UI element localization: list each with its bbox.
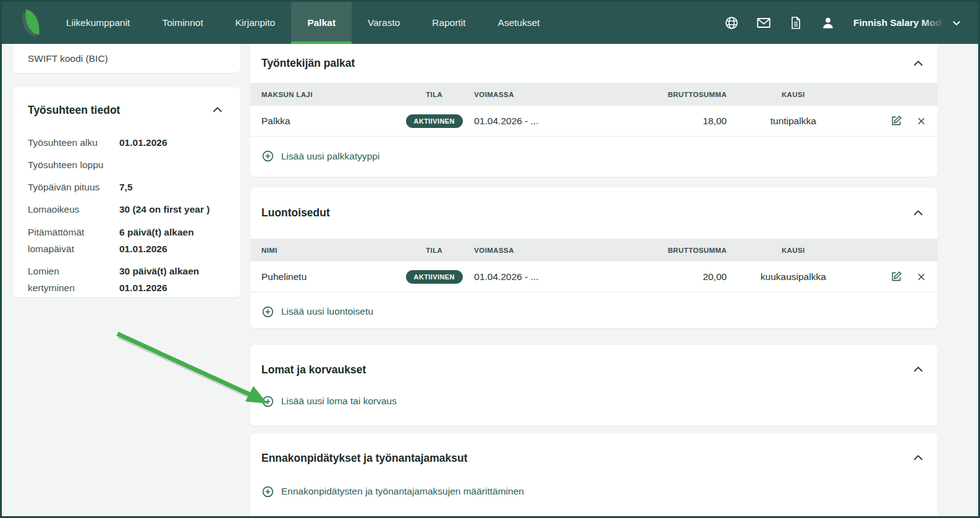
nav-item-asetukset[interactable]: Asetukset xyxy=(482,2,556,44)
document-icon[interactable] xyxy=(784,11,808,35)
nav-item-varasto[interactable]: Varasto xyxy=(352,2,416,44)
employment-info-card: Työsuhteen tiedot Työsuhteen alku 01.01.… xyxy=(13,87,240,297)
edit-icon[interactable] xyxy=(890,270,903,283)
bank-details-card-partial: SWIFT koodi (BIC) xyxy=(13,44,240,73)
plus-circle-icon xyxy=(261,150,274,163)
benefit-name-cell: Puhelinetu xyxy=(261,271,394,282)
navbar-right: Finnish Salary Modul xyxy=(720,2,978,44)
benefits-card-title: Luontoisedut xyxy=(261,206,330,219)
employment-detail-list: Työsuhteen alku 01.01.2026 Työsuhteen lo… xyxy=(28,134,226,296)
nav-item-toiminnot[interactable]: Toiminnot xyxy=(146,2,219,44)
swift-bic-label: SWIFT koodi (BIC) xyxy=(28,53,108,64)
benefit-table-row: Puhelinetu AKTIIVINEN 01.04.2026 - ... 2… xyxy=(250,261,937,292)
employment-row: Lomaoikeus 30 (24 on first year ) xyxy=(28,201,226,218)
mail-icon[interactable] xyxy=(752,11,775,35)
validity-cell: 01.04.2026 - ... xyxy=(474,116,620,127)
employment-row: Työpäivän pituus 7,5 xyxy=(28,179,226,195)
add-benefit-link[interactable]: Lisää uusi luontoisetu xyxy=(250,292,937,331)
user-menu-dropdown[interactable]: Finnish Salary Modul xyxy=(853,17,962,28)
holidays-card: Lomat ja korvaukset Lisää uusi loma tai … xyxy=(250,345,937,426)
withholding-card: Ennakonpidätykset ja työnantajamaksut En… xyxy=(250,433,937,518)
nav-menu: Liikekumppanit Toiminnot Kirjanpito Palk… xyxy=(50,2,556,44)
employment-row: Pitämättömät lomapäivät 6 päivä(t) alkae… xyxy=(28,224,226,257)
holidays-card-title: Lomat ja korvaukset xyxy=(261,363,366,376)
validity-cell: 01.04.2026 - ... xyxy=(474,271,620,282)
period-cell: tuntipalkka xyxy=(727,116,860,127)
gross-amount-cell: 18,00 xyxy=(620,116,727,127)
nav-item-palkat-active[interactable]: Palkat xyxy=(291,2,352,44)
plus-circle-icon xyxy=(261,485,274,498)
benefits-card: Luontoisedut NIMI TILA VOIMASSA BRUTTOSU… xyxy=(250,187,937,328)
nav-item-liikekumppanit[interactable]: Liikekumppanit xyxy=(50,2,146,44)
collapse-chevron-up-icon[interactable] xyxy=(209,102,226,118)
employment-row: Työsuhteen loppu xyxy=(28,156,226,173)
configure-withholding-link[interactable]: Ennakonpidätysten ja työnantajamaksujen … xyxy=(250,468,937,515)
salary-table-row: Palkka AKTIIVINEN 01.04.2026 - ... 18,00… xyxy=(250,106,937,137)
delete-x-icon[interactable] xyxy=(916,116,926,126)
user-icon[interactable] xyxy=(816,11,840,35)
collapse-chevron-up-icon[interactable] xyxy=(910,56,926,72)
user-menu-label: Finnish Salary Modul xyxy=(853,17,946,28)
employment-row: Lomien kertyminen 30 päivä(t) alkaen 01.… xyxy=(28,263,226,296)
nav-item-raportit[interactable]: Raportit xyxy=(416,2,481,44)
payment-type-cell: Palkka xyxy=(261,116,394,127)
employment-card-title: Työsuhteen tiedot xyxy=(28,104,120,117)
edit-icon[interactable] xyxy=(890,114,903,127)
page-content: SWIFT koodi (BIC) Työsuhteen tiedot Työs… xyxy=(2,44,978,518)
chevron-down-icon xyxy=(951,17,962,28)
globe-icon[interactable] xyxy=(720,11,743,35)
status-badge: AKTIIVINEN xyxy=(406,114,463,128)
leaf-logo-icon xyxy=(21,9,42,36)
employment-row: Työsuhteen alku 01.01.2026 xyxy=(28,134,226,151)
main-column: Työntekijän palkat MAKSUN LAJI TILA VOIM… xyxy=(250,44,937,518)
left-sidebar: SWIFT koodi (BIC) Työsuhteen tiedot Työs… xyxy=(13,44,240,518)
benefits-table-header: NIMI TILA VOIMASSA BRUTTOSUMMA KAUSI xyxy=(250,239,937,261)
salaries-table-header: MAKSUN LAJI TILA VOIMASSA BRUTTOSUMMA KA… xyxy=(250,83,937,106)
add-holiday-link[interactable]: Lisää uusi loma tai korvaus xyxy=(250,380,937,423)
collapse-chevron-up-icon[interactable] xyxy=(910,450,926,466)
plus-circle-icon xyxy=(261,305,274,318)
status-badge: AKTIIVINEN xyxy=(406,270,463,284)
delete-x-icon[interactable] xyxy=(916,272,926,282)
app-logo[interactable] xyxy=(13,2,50,44)
top-navbar: Liikekumppanit Toiminnot Kirjanpito Palk… xyxy=(2,2,978,44)
withholding-card-title: Ennakonpidätykset ja työnantajamaksut xyxy=(261,452,468,465)
collapse-chevron-up-icon[interactable] xyxy=(910,362,926,378)
salaries-card-title: Työntekijän palkat xyxy=(261,57,355,70)
employee-salaries-card: Työntekijän palkat MAKSUN LAJI TILA VOIM… xyxy=(250,44,937,177)
add-salary-type-link[interactable]: Lisää uusi palkkatyyppi xyxy=(250,137,937,176)
gross-amount-cell: 20,00 xyxy=(620,271,727,282)
period-cell: kuukausipalkka xyxy=(727,271,860,282)
collapse-chevron-up-icon[interactable] xyxy=(910,205,926,221)
plus-circle-icon xyxy=(261,395,274,408)
nav-item-kirjanpito[interactable]: Kirjanpito xyxy=(219,2,292,44)
